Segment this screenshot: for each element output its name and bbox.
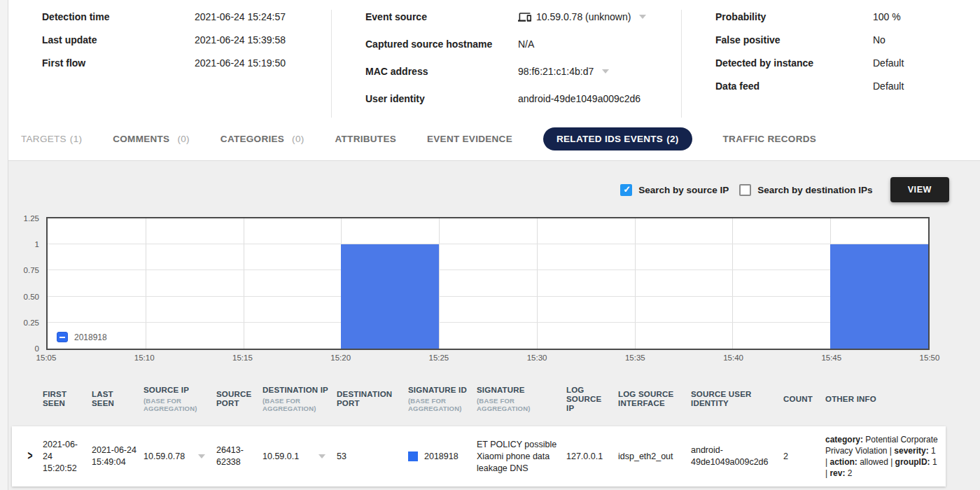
- header-source-ip: SOURCE IP(BASE FOR AGGREGATION): [144, 386, 216, 412]
- header-first-seen: FIRST SEEN: [43, 390, 92, 408]
- tab-categories[interactable]: CATEGORIES (0): [220, 134, 304, 144]
- source-ip-dropdown-caret-icon[interactable]: [198, 454, 205, 458]
- last-update-label: Last update: [42, 33, 195, 47]
- chart-bar[interactable]: [830, 244, 928, 349]
- tab-categories-count: (0): [292, 134, 304, 144]
- cell-signature: ET POLICY possible Xiaomi phone data lea…: [477, 439, 566, 475]
- y-tick-label: 0.50: [24, 293, 39, 301]
- user-identity-value: android-49de1049a009c2d6: [518, 92, 640, 106]
- h-gridline: [48, 322, 928, 323]
- detail-row-captured-hostname: Captured source hostname N/A: [365, 37, 681, 51]
- cell-destination-port: 53: [337, 451, 408, 463]
- detail-col-meta: Probability 100 % False positive No Dete…: [681, 10, 975, 118]
- tab-related-ids-events[interactable]: RELATED IDS EVENTS (2): [543, 127, 692, 150]
- header-destination-port: DESTINATION PORT: [337, 390, 408, 408]
- detail-row-data-feed: Data feed Default: [715, 79, 975, 93]
- x-tick-label: 15:20: [330, 354, 351, 362]
- related-events-table: FIRST SEEN LAST SEEN SOURCE IP(BASE FOR …: [12, 373, 946, 486]
- detected-by-label: Detected by instance: [715, 56, 873, 70]
- header-signature: SIGNATURE(BASE FOR AGGREGATION): [477, 386, 566, 412]
- chart-plot: 2018918 00.250.500.7511.25: [46, 217, 930, 350]
- tab-targets-label: TARGETS: [21, 134, 66, 144]
- tab-traffic-records[interactable]: TRAFFIC RECORDS: [723, 134, 817, 144]
- y-tick-label: 0.25: [24, 318, 39, 327]
- event-details-panel: Detection time 2021-06-24 15:24:57 Last …: [8, 0, 980, 118]
- x-tick-label: 15:45: [821, 354, 841, 362]
- x-tick-label: 15:15: [232, 354, 253, 362]
- x-tick-label: 15:35: [625, 354, 645, 362]
- v-gridline: [146, 218, 146, 349]
- cell-count: 2: [783, 451, 825, 463]
- search-by-destination-ips-label: Search by destination IPs: [757, 185, 872, 195]
- tab-related-ids-events-label: RELATED IDS EVENTS: [556, 134, 663, 144]
- header-destination-ip: DESTINATION IP(BASE FOR AGGREGATION): [262, 386, 337, 412]
- detected-by-value: Default: [873, 56, 904, 70]
- cell-log-source-interface: idsp_eth2_out: [618, 451, 691, 463]
- cell-destination-ip: 10.59.0.1: [262, 451, 337, 463]
- x-tick-label: 15:50: [920, 354, 940, 362]
- cell-source-port: 26413-62338: [216, 444, 262, 468]
- tab-comments[interactable]: COMMENTS (0): [113, 134, 190, 144]
- ids-event-detail-page: Detection time 2021-06-24 15:24:57 Last …: [8, 0, 980, 490]
- search-by-source-ip-option: Search by source IP: [620, 184, 729, 196]
- tab-targets[interactable]: TARGETS (1): [21, 134, 82, 144]
- tab-event-evidence[interactable]: EVENT EVIDENCE: [427, 134, 512, 144]
- tab-comments-label: COMMENTS: [113, 134, 169, 144]
- row-expander-icon[interactable]: [12, 450, 43, 463]
- related-ids-events-panel: Search by source IP Search by destinatio…: [8, 161, 980, 490]
- tab-traffic-records-label: TRAFFIC RECORDS: [723, 134, 817, 144]
- detail-row-event-source: Event source 10.59.0.78 (unknown): [365, 10, 681, 24]
- header-log-source-ip: LOG SOURCE IP: [566, 386, 618, 413]
- first-flow-value: 2021-06-24 15:19:50: [195, 56, 286, 70]
- search-by-destination-ips-option: Search by destination IPs: [739, 184, 872, 196]
- probability-value: 100 %: [873, 10, 901, 24]
- tab-related-ids-events-count: (2): [666, 134, 678, 144]
- detail-row-false-positive: False positive No: [715, 33, 975, 47]
- cell-source-user-identity: android-49de1049a009c2d6: [691, 444, 783, 468]
- detail-row-user-identity: User identity android-49de1049a009c2d6: [365, 92, 681, 106]
- x-tick-label: 15:30: [527, 354, 547, 362]
- header-log-source-interface: LOG SOURCE INTERFACE: [618, 390, 691, 408]
- tab-attributes-label: ATTRIBUTES: [335, 134, 397, 144]
- legend-swatch-icon: [57, 332, 68, 342]
- header-source-user-identity: SOURCE USER IDENTITY: [691, 390, 783, 408]
- tab-attributes[interactable]: ATTRIBUTES: [335, 134, 397, 144]
- header-other-info: OTHER INFO: [825, 395, 946, 404]
- search-controls: Search by source IP Search by destinatio…: [8, 178, 980, 202]
- header-source-port: SOURCE PORT: [216, 390, 262, 408]
- chart-bar[interactable]: [341, 244, 439, 349]
- cell-log-source-ip: 127.0.0.1: [566, 451, 618, 463]
- data-feed-value: Default: [873, 79, 904, 93]
- legend-label: 2018918: [74, 332, 107, 342]
- search-by-source-ip-checkbox[interactable]: [620, 184, 632, 196]
- v-gridline: [635, 218, 636, 349]
- chart-legend[interactable]: 2018918: [57, 332, 107, 342]
- cell-source-ip: 10.59.0.78: [144, 451, 216, 463]
- h-gridline: [48, 244, 928, 244]
- destination-ip-dropdown-caret-icon[interactable]: [318, 454, 326, 458]
- user-identity-label: User identity: [365, 92, 518, 106]
- detail-row-probability: Probability 100 %: [715, 10, 975, 24]
- table-row[interactable]: 2021-06-24 15:20:52 2021-06-24 15:49:04 …: [12, 426, 946, 486]
- v-gridline: [732, 218, 733, 349]
- h-gridline: [48, 296, 928, 297]
- header-last-seen: LAST SEEN: [92, 390, 144, 408]
- header-count: COUNT: [783, 395, 825, 404]
- mac-address-dropdown-caret-icon[interactable]: [602, 69, 609, 74]
- cell-signature-id: 2018918: [408, 451, 477, 463]
- tab-targets-count: (1): [70, 134, 82, 144]
- event-source-dropdown-caret-icon[interactable]: [639, 15, 646, 19]
- mac-address-label: MAC address: [365, 64, 518, 78]
- detail-col-times: Detection time 2021-06-24 15:24:57 Last …: [8, 10, 331, 118]
- tab-event-evidence-label: EVENT EVIDENCE: [427, 134, 512, 144]
- search-by-destination-ips-checkbox[interactable]: [739, 184, 751, 196]
- tab-categories-label: CATEGORIES: [220, 134, 284, 144]
- x-tick-label: 15:40: [723, 354, 743, 362]
- view-button[interactable]: VIEW: [890, 177, 949, 202]
- y-tick-label: 0.75: [24, 266, 39, 274]
- h-gridline: [48, 270, 928, 270]
- event-source-label: Event source: [365, 10, 518, 24]
- detail-row-first-flow: First flow 2021-06-24 15:19:50: [42, 56, 331, 70]
- cell-first-seen: 2021-06-24 15:20:52: [43, 439, 92, 475]
- first-flow-label: First flow: [42, 56, 195, 70]
